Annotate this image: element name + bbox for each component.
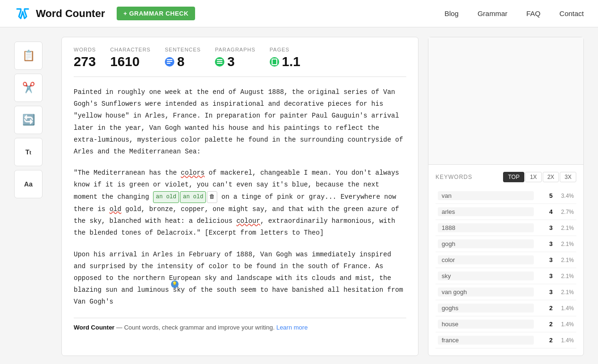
stat-pages-value: 1.1 <box>282 54 300 69</box>
nav-blog[interactable]: Blog <box>444 9 459 17</box>
stat-words: WORDS 273 <box>74 47 96 69</box>
keyword-word: van gogh <box>438 288 534 296</box>
tab-top[interactable]: TOP <box>503 172 524 182</box>
stat-para-value: 3 <box>227 54 235 69</box>
main-container: 📋 ✂️ 🔄 Tt Aa WORDS 273 CHARACTERS 1610 S… <box>0 27 598 364</box>
keyword-pct: 1.4% <box>555 337 574 344</box>
stats-bar: WORDS 273 CHARACTERS 1610 SENTENCES 8 <box>74 47 406 77</box>
right-panel: KEYWORDS TOP 1X 2X 3X van 5 3.4% arles 4… <box>428 37 584 356</box>
keyword-count: 5 <box>538 192 553 199</box>
nav-grammar[interactable]: Grammar <box>478 9 507 17</box>
word-old: old <box>110 205 121 213</box>
main-header: Word Counter + GRAMMAR CHECK Blog Gramma… <box>0 0 598 27</box>
paragraph-2: "The Mediterranean has the colors of mac… <box>74 167 406 239</box>
paragraphs-icon <box>215 57 224 67</box>
tab-1x[interactable]: 1X <box>525 172 542 182</box>
keyword-row: van 5 3.4% <box>436 188 576 204</box>
suggestion-popup[interactable]: an old an old 🗑 <box>153 191 217 203</box>
footer-text: — Count words, check grammar and improve… <box>114 324 274 331</box>
keyword-word: goghs <box>438 304 534 313</box>
keyword-word: france <box>438 336 534 345</box>
keyword-row: arles 4 2.7% <box>436 204 576 220</box>
stat-words-label: WORDS <box>74 47 96 52</box>
keywords-list: van 5 3.4% arles 4 2.7% 1888 3 2.1% gogh… <box>436 188 576 348</box>
keyword-pct: 2.1% <box>555 257 574 263</box>
stat-words-value: 273 <box>74 54 96 69</box>
keyword-word: arles <box>438 207 534 216</box>
grammar-check-button[interactable]: + GRAMMAR CHECK <box>117 7 195 20</box>
keyword-row: van gogh 3 2.1% <box>436 284 576 300</box>
stat-chars-value: 1610 <box>110 54 139 69</box>
keyword-row: france 2 1.4% <box>436 332 576 348</box>
keyword-row: gogh 3 2.1% <box>436 236 576 252</box>
learn-more-link[interactable]: Learn more <box>276 324 308 331</box>
keyword-word: gogh <box>438 239 534 248</box>
sidebar-font-aa[interactable]: Aa <box>14 170 43 198</box>
keyword-row: sky 3 2.1% <box>436 268 576 284</box>
keyword-word: house <box>438 320 534 329</box>
keywords-header: KEYWORDS TOP 1X 2X 3X <box>436 172 576 182</box>
stat-paragraphs: PARAGRAPHS 3 <box>215 47 256 69</box>
pages-icon <box>270 57 279 67</box>
keyword-pct: 3.4% <box>555 193 574 199</box>
sidebar-font-size[interactable]: Tt <box>14 138 43 166</box>
stat-characters: CHARACTERS 1610 <box>110 47 151 69</box>
keyword-word: sky <box>438 271 534 280</box>
keyword-pct: 2.1% <box>555 225 574 231</box>
tab-3x[interactable]: 3X <box>560 172 576 182</box>
keyword-pct: 2.7% <box>555 209 574 215</box>
keyword-pct: 1.4% <box>555 321 574 328</box>
logo-area: Word Counter <box>14 5 105 22</box>
suggestion-an-old[interactable]: an old <box>180 191 206 203</box>
tab-2x[interactable]: 2X <box>543 172 559 182</box>
stat-pages: PAGES 1.1 <box>270 47 300 69</box>
keyword-count: 2 <box>538 305 553 312</box>
main-nav: Blog Grammar FAQ Contact <box>444 9 584 17</box>
sidebar-scissors[interactable]: ✂️ <box>14 74 43 102</box>
nav-contact[interactable]: Contact <box>559 9 584 17</box>
stat-para-label: PARAGRAPHS <box>215 47 256 52</box>
spelling-colors: colors <box>181 169 205 177</box>
keyword-count: 3 <box>538 288 553 296</box>
keyword-pct: 2.1% <box>555 273 574 279</box>
suggestion-delete[interactable]: 🗑 <box>207 191 217 203</box>
stat-chars-label: CHARACTERS <box>110 47 151 52</box>
keyword-count: 2 <box>538 321 553 328</box>
paragraph-1: Painted in roughly one week at the end o… <box>74 86 406 158</box>
sentences-icon <box>165 57 174 67</box>
keyword-row: color 3 2.1% <box>436 252 576 268</box>
svg-rect-1 <box>272 59 277 65</box>
nav-faq[interactable]: FAQ <box>526 9 540 17</box>
keyword-pct: 2.1% <box>555 241 574 247</box>
keywords-section: KEYWORDS TOP 1X 2X 3X van 5 3.4% arles 4… <box>428 165 583 356</box>
stat-sent-value: 8 <box>177 54 185 69</box>
footer-brand: Word Counter <box>74 324 114 331</box>
footer-bar: Word Counter — Count words, check gramma… <box>74 318 406 331</box>
content-area: WORDS 273 CHARACTERS 1610 SENTENCES 8 <box>61 37 419 356</box>
site-title[interactable]: Word Counter <box>36 8 105 20</box>
stat-pages-label: PAGES <box>270 47 300 52</box>
sidebar-document[interactable]: 📋 <box>14 42 43 70</box>
sidebar: 📋 ✂️ 🔄 Tt Aa <box>14 37 52 356</box>
sidebar-refresh[interactable]: 🔄 <box>14 106 43 134</box>
suggestion-old[interactable]: an old <box>153 191 179 203</box>
keyword-count: 3 <box>538 272 553 279</box>
spelling-colour: colour <box>236 217 260 225</box>
keyword-count: 2 <box>538 337 553 344</box>
keyword-word: 1888 <box>438 223 534 232</box>
keyword-row: house 2 1.4% <box>436 316 576 332</box>
keyword-pct: 2.1% <box>555 289 574 296</box>
logo-icon <box>14 5 31 22</box>
paragraph-3: Upon his arrival in Arles in February of… <box>74 249 406 308</box>
keyword-pct: 1.4% <box>555 305 574 312</box>
keyword-count: 3 <box>538 224 553 231</box>
ad-area <box>428 37 583 165</box>
keyword-row: goghs 2 1.4% <box>436 300 576 316</box>
keyword-count: 4 <box>538 208 553 215</box>
text-content[interactable]: Painted in roughly one week at the end o… <box>74 86 406 308</box>
keyword-tabs: TOP 1X 2X 3X <box>503 172 576 182</box>
keywords-title: KEYWORDS <box>436 174 472 180</box>
keyword-count: 3 <box>538 240 553 247</box>
keyword-row: 1888 3 2.1% <box>436 220 576 236</box>
keyword-word: color <box>438 255 534 264</box>
